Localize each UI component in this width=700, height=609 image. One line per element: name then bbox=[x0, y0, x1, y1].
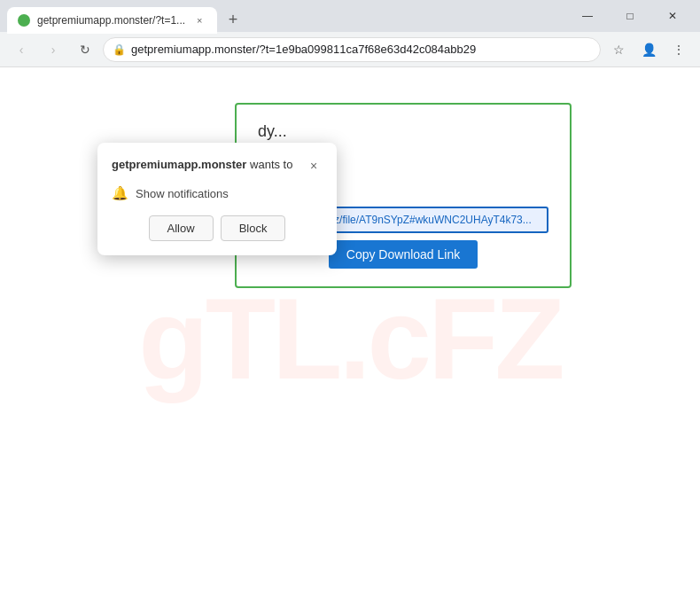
tab-bar: getpremiumapp.monster/?t=1... × + bbox=[7, 0, 556, 32]
notification-site: getpremiumapp.monster bbox=[112, 158, 246, 171]
forward-button[interactable]: › bbox=[39, 35, 67, 64]
close-button[interactable]: ✕ bbox=[652, 2, 693, 30]
nav-action-icons: ☆ 👤 ⋮ bbox=[604, 35, 693, 64]
back-button[interactable]: ‹ bbox=[7, 35, 35, 64]
allow-button[interactable]: Allow bbox=[149, 215, 214, 241]
block-button[interactable]: Block bbox=[221, 215, 286, 241]
permission-label: Show notifications bbox=[136, 187, 229, 200]
new-tab-button[interactable]: + bbox=[221, 7, 245, 32]
notification-title: getpremiumapp.monster wants to bbox=[112, 157, 292, 173]
notification-popup: getpremiumapp.monster wants to × 🔔 Show … bbox=[97, 143, 337, 255]
url-text: getpremiumapp.monster/?t=1e9ba099811ca7f… bbox=[131, 43, 591, 56]
profile-button[interactable]: 👤 bbox=[634, 35, 663, 64]
notification-close-button[interactable]: × bbox=[305, 157, 323, 175]
menu-icon: ⋮ bbox=[673, 43, 685, 57]
minimize-button[interactable]: — bbox=[567, 2, 608, 30]
bookmark-button[interactable]: ☆ bbox=[604, 35, 633, 64]
address-bar[interactable]: 🔒 getpremiumapp.monster/?t=1e9ba099811ca… bbox=[103, 37, 601, 62]
profile-icon: 👤 bbox=[642, 43, 657, 57]
active-tab[interactable]: getpremiumapp.monster/?t=1... × bbox=[7, 7, 217, 34]
copy-download-link-button[interactable]: Copy Download Link bbox=[329, 240, 478, 269]
page-content: gTL.cFZ dy... 5 RL in browser Copy Downl… bbox=[0, 67, 700, 609]
lock-icon: 🔒 bbox=[113, 43, 126, 56]
maximize-button[interactable]: □ bbox=[610, 2, 650, 30]
notification-wants: wants to bbox=[246, 158, 292, 171]
bell-icon: 🔔 bbox=[112, 185, 128, 201]
notification-header: getpremiumapp.monster wants to × bbox=[112, 157, 323, 175]
star-icon: ☆ bbox=[613, 43, 625, 57]
refresh-button[interactable]: ↻ bbox=[71, 35, 99, 64]
window-controls: — □ ✕ bbox=[567, 2, 693, 30]
tab-favicon bbox=[18, 14, 30, 27]
tab-close-button[interactable]: × bbox=[192, 13, 206, 27]
notification-permission: 🔔 Show notifications bbox=[112, 185, 323, 201]
menu-button[interactable]: ⋮ bbox=[665, 35, 693, 64]
title-bar: getpremiumapp.monster/?t=1... × + — □ ✕ bbox=[0, 0, 700, 32]
download-ready-text: dy... bbox=[258, 122, 548, 141]
forward-icon: › bbox=[51, 43, 56, 57]
refresh-icon: ↻ bbox=[80, 43, 90, 57]
tab-title: getpremiumapp.monster/?t=1... bbox=[37, 14, 185, 27]
navigation-bar: ‹ › ↻ 🔒 getpremiumapp.monster/?t=1e9ba09… bbox=[0, 32, 700, 67]
back-icon: ‹ bbox=[19, 43, 24, 57]
notification-buttons: Allow Block bbox=[112, 215, 323, 241]
browser-window: getpremiumapp.monster/?t=1... × + — □ ✕ … bbox=[0, 0, 700, 609]
